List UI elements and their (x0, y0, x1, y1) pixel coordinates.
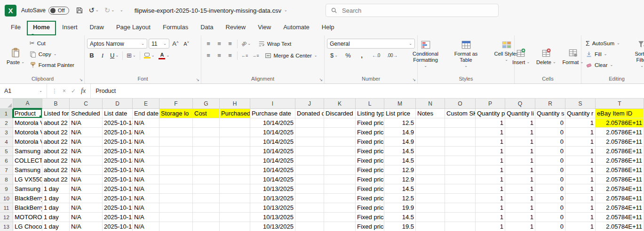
cell-M9[interactable]: 14.5 (384, 184, 416, 194)
column-header-D[interactable]: D (103, 99, 133, 109)
cell-A2[interactable]: Motorola V (13, 118, 42, 128)
cell-L8[interactable]: Fixed price (356, 175, 384, 184)
column-header-C[interactable]: C (70, 99, 103, 109)
cell-G9[interactable] (193, 184, 220, 194)
autosave-toggle[interactable]: Off (48, 7, 69, 15)
cell-F9[interactable] (159, 184, 193, 194)
cell-G8[interactable] (193, 175, 220, 184)
cell-M5[interactable]: 14.5 (384, 147, 416, 156)
cell-O4[interactable] (445, 137, 476, 147)
cell-R5[interactable]: 0 (535, 147, 565, 156)
save-button[interactable] (76, 7, 83, 14)
alignment-dialog-launcher[interactable]: ↘ (319, 78, 323, 82)
cell-O11[interactable] (445, 203, 476, 213)
cell-L5[interactable]: Fixed price (356, 147, 384, 156)
column-header-E[interactable]: E (133, 99, 159, 109)
cell-F8[interactable] (159, 175, 193, 184)
cell-L6[interactable]: Fixed price (356, 156, 384, 165)
cell-B11[interactable]: 1 day (42, 203, 70, 213)
number-format-select[interactable]: General ⌄ (327, 39, 415, 49)
cell-T7[interactable]: 2.05786E+11 (596, 165, 644, 175)
cell-O3[interactable] (445, 128, 476, 137)
cell-Q9[interactable]: 1 (505, 184, 535, 194)
cell-M13[interactable]: 19.5 (384, 222, 416, 231)
cell-N10[interactable] (416, 194, 445, 203)
cell-A5[interactable]: Samsung G (13, 147, 42, 156)
cell-N2[interactable] (416, 118, 445, 128)
cell-J3[interactable] (295, 128, 324, 137)
cell-P11[interactable]: 1 (476, 203, 505, 213)
cell-J8[interactable] (295, 175, 324, 184)
cell-R9[interactable]: 0 (535, 184, 565, 194)
comma-style-button[interactable]: , (357, 50, 366, 60)
row-header-3[interactable]: 3 (0, 128, 13, 137)
cell-C12[interactable]: N/A (70, 213, 103, 222)
cell-L9[interactable]: Fixed price (356, 184, 384, 194)
cell-L2[interactable]: Fixed price (356, 118, 384, 128)
cell-K3[interactable] (324, 128, 356, 137)
fill-button[interactable]: Fill ⌄ (584, 49, 622, 59)
cell-T2[interactable]: 2.05786E+11 (596, 118, 644, 128)
column-header-L[interactable]: L (356, 99, 384, 109)
cell-E5[interactable]: N/A (133, 147, 159, 156)
format-painter-button[interactable]: Format Painter (28, 60, 76, 70)
cell-R2[interactable]: 0 (535, 118, 565, 128)
cell-R11[interactable]: 0 (535, 203, 565, 213)
cell-T6[interactable]: 2.05786E+11 (596, 156, 644, 165)
font-color-button[interactable]: A ⌄ (157, 50, 171, 60)
cell-H7[interactable] (220, 165, 250, 175)
cell-M8[interactable]: 12.9 (384, 175, 416, 184)
column-header-G[interactable]: G (193, 99, 220, 109)
cell-K2[interactable] (324, 118, 356, 128)
autosum-button[interactable]: Σ AutoSum ⌄ (584, 38, 622, 48)
column-header-P[interactable]: P (476, 99, 505, 109)
fill-color-button[interactable]: ⌄ (143, 50, 156, 60)
cell-B9[interactable]: 1 day (42, 184, 70, 194)
cell-I7[interactable]: 10/14/2025 (250, 165, 295, 175)
cell-R6[interactable]: 0 (535, 156, 565, 165)
cell-H8[interactable] (220, 175, 250, 184)
cell-C6[interactable]: N/A (70, 156, 103, 165)
align-left-button[interactable]: ≡ (204, 50, 213, 60)
cell-R7[interactable]: 0 (535, 165, 565, 175)
cell-M7[interactable]: 12.9 (384, 165, 416, 175)
cell-C11[interactable]: N/A (70, 203, 103, 213)
cell-H3[interactable] (220, 128, 250, 137)
cell-E2[interactable]: N/A (133, 118, 159, 128)
name-box[interactable]: A1 ⌄ (0, 84, 47, 98)
cell-A10[interactable]: BlackBerry (13, 194, 42, 203)
cell-N1[interactable]: Notes (416, 109, 445, 118)
cell-N9[interactable] (416, 184, 445, 194)
cell-J11[interactable] (295, 203, 324, 213)
column-header-B[interactable]: B (42, 99, 70, 109)
format-as-table-button[interactable]: Format as Table ⌄ (446, 37, 486, 75)
cell-F1[interactable]: Storage lo (159, 109, 193, 118)
cell-N4[interactable] (416, 137, 445, 147)
cell-F6[interactable] (159, 156, 193, 165)
cell-S9[interactable]: 1 (565, 184, 596, 194)
cell-D7[interactable]: 2025-10-14 (103, 165, 133, 175)
cell-P10[interactable]: 1 (476, 194, 505, 203)
cell-E8[interactable]: N/A (133, 175, 159, 184)
cell-P9[interactable]: 1 (476, 184, 505, 194)
cell-T8[interactable]: 2.05786E+11 (596, 175, 644, 184)
cell-O7[interactable] (445, 165, 476, 175)
search-box[interactable] (326, 4, 499, 17)
column-header-H[interactable]: H (220, 99, 250, 109)
cell-P13[interactable]: 1 (476, 222, 505, 231)
cell-I11[interactable]: 10/13/2025 (250, 203, 295, 213)
cell-G3[interactable] (193, 128, 220, 137)
cell-T1[interactable]: eBay Item ID (596, 109, 644, 118)
column-header-K[interactable]: K (324, 99, 356, 109)
cell-Q4[interactable]: 1 (505, 137, 535, 147)
cell-H10[interactable] (220, 194, 250, 203)
cell-R8[interactable]: 0 (535, 175, 565, 184)
cell-P5[interactable]: 1 (476, 147, 505, 156)
cell-R3[interactable]: 0 (535, 128, 565, 137)
cell-F13[interactable] (159, 222, 193, 231)
cell-T13[interactable]: 2.05784E+11 (596, 222, 644, 231)
cell-L4[interactable]: Fixed price (356, 137, 384, 147)
cell-N12[interactable] (416, 213, 445, 222)
cell-F7[interactable] (159, 165, 193, 175)
row-header-6[interactable]: 6 (0, 156, 13, 165)
